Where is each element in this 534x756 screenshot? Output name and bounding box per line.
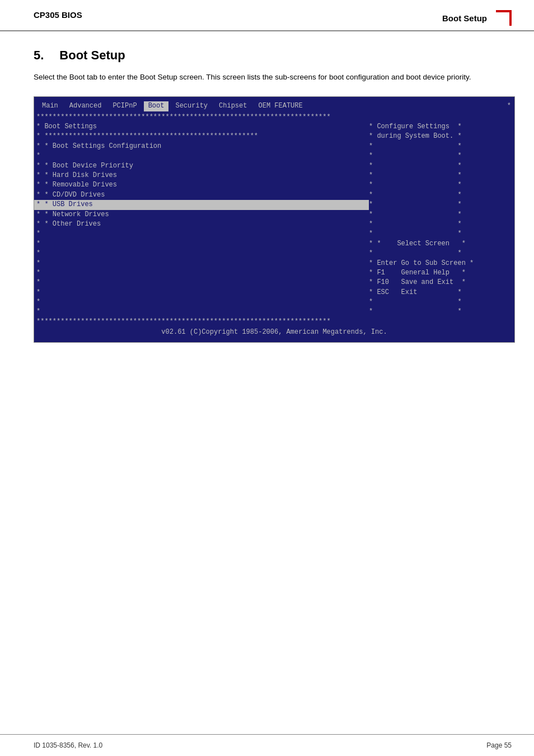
- row-stars2: * **************************************…: [34, 132, 514, 141]
- row-empty3: * * *: [34, 249, 514, 258]
- row-usb: * * USB Drives * *: [34, 200, 514, 209]
- corner-bracket-icon: [496, 10, 512, 26]
- bios-menubar: Main Advanced PCIPnP Boot Security Chips…: [34, 100, 514, 112]
- footer-id: ID 1035-8356, Rev. 1.0: [34, 741, 102, 749]
- row-f1-help: * * F1 General Help *: [34, 268, 514, 278]
- page-footer: ID 1035-8356, Rev. 1.0 Page 55: [0, 734, 534, 756]
- row-boot-settings-config: * * Boot Settings Configuration * *: [34, 142, 514, 151]
- menu-pcipnp[interactable]: PCIPnP: [108, 101, 141, 111]
- row-f10-save: * * F10 Save and Exit *: [34, 278, 514, 287]
- section-title: 5.Boot Setup: [34, 48, 500, 63]
- menu-security[interactable]: Security: [171, 101, 212, 111]
- row-esc-exit: * * ESC Exit *: [34, 288, 514, 297]
- row-select-screen: * * * Select Screen *: [34, 239, 514, 249]
- row-empty5: * * *: [34, 307, 514, 316]
- row-empty1: * * *: [34, 151, 514, 161]
- menu-chipset[interactable]: Chipset: [214, 101, 251, 111]
- menu-star-end: *: [507, 101, 511, 111]
- row-boot-settings: * Boot Settings * Configure Settings *: [34, 122, 514, 132]
- menu-main[interactable]: Main: [38, 101, 63, 111]
- header-left-title: CP305 BIOS: [34, 10, 82, 20]
- row-enter-goto: * * Enter Go to Sub Screen *: [34, 259, 514, 268]
- star-divider-top: ****************************************…: [34, 113, 514, 122]
- row-removable: * * Removable Drives * *: [34, 180, 514, 190]
- section-description: Select the Boot tab to enter the Boot Se…: [34, 72, 481, 83]
- row-empty4: * * *: [34, 297, 514, 307]
- header-right-title: Boot Setup: [442, 10, 512, 26]
- page-content: 5.Boot Setup Select the Boot tab to ente…: [0, 31, 534, 365]
- row-boot-device-priority: * * Boot Device Priority * *: [34, 161, 514, 171]
- bios-screen: Main Advanced PCIPnP Boot Security Chips…: [34, 96, 515, 342]
- row-other: * * Other Drives * *: [34, 220, 514, 229]
- menu-advanced[interactable]: Advanced: [65, 101, 106, 111]
- menu-oem[interactable]: OEM FEATURE: [254, 101, 307, 111]
- row-hard-disk: * * Hard Disk Drives * *: [34, 171, 514, 180]
- menu-boot[interactable]: Boot: [144, 101, 169, 111]
- row-empty2: * * *: [34, 229, 514, 239]
- bios-copyright: v02.61 (C)Copyright 1985-2006, American …: [34, 326, 514, 338]
- star-divider-bottom: ****************************************…: [34, 317, 514, 326]
- footer-page: Page 55: [486, 741, 512, 749]
- page-header: CP305 BIOS Boot Setup: [0, 0, 534, 31]
- row-cddvd: * * CD/DVD Drives * *: [34, 190, 514, 200]
- row-network: * * Network Drives * *: [34, 210, 514, 220]
